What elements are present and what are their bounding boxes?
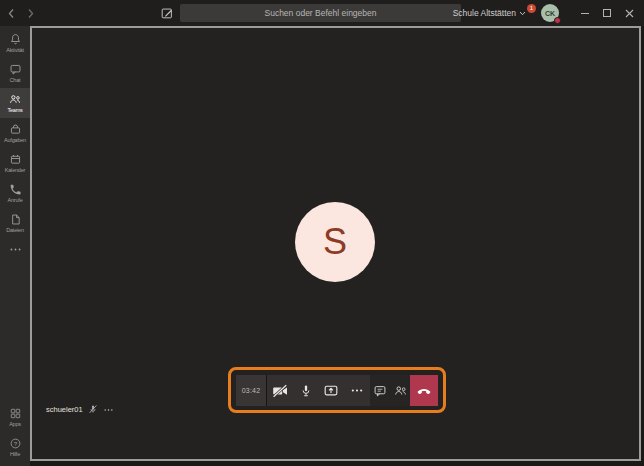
mute-button[interactable] [293, 375, 319, 406]
sidebar-item-files[interactable]: Dateien [0, 208, 30, 238]
chevron-right-icon [27, 8, 35, 19]
files-icon [9, 213, 22, 226]
org-name: Schule Altstätten [453, 8, 516, 18]
minimize-icon [581, 13, 589, 14]
sidebar-item-assignments[interactable]: Aufgaben [0, 118, 30, 148]
remote-participant-avatar: S [295, 202, 375, 282]
avatar-initial: S [323, 224, 347, 260]
sidebar-item-calendar[interactable]: Kalender [0, 148, 30, 178]
sidebar-item-label: Anrufe [7, 197, 22, 203]
presence-busy-dot [554, 17, 561, 24]
share-screen-icon [323, 383, 339, 398]
org-switcher[interactable]: Schule Altstätten 1 [453, 8, 528, 18]
primary-controls [267, 375, 370, 406]
chat-icon [9, 63, 22, 76]
svg-text:?: ? [13, 440, 17, 447]
share-screen-button[interactable] [319, 375, 345, 406]
sidebar-item-help[interactable]: ? Hilfe [0, 432, 30, 462]
sidebar-more-button[interactable] [0, 238, 30, 260]
notification-badge: 1 [527, 4, 536, 13]
participant-name: schueler01 [46, 405, 83, 414]
meeting-chat-icon [373, 384, 387, 398]
minimize-button[interactable] [574, 0, 596, 26]
hang-up-icon [416, 383, 432, 399]
participant-more-icon[interactable] [103, 408, 114, 412]
sidebar-item-label: Aktivität [6, 47, 23, 53]
assignments-icon [9, 123, 22, 136]
history-nav [5, 0, 37, 26]
calendar-icon [9, 153, 22, 166]
title-bar: Schule Altstätten 1 CK [0, 0, 644, 26]
sidebar-item-label: Kalender [5, 167, 25, 173]
activity-bell-icon [9, 33, 22, 46]
call-timer: 03:42 [236, 375, 266, 406]
sidebar-item-label: Hilfe [10, 451, 20, 457]
close-button[interactable] [618, 0, 640, 26]
new-chat-button[interactable] [159, 5, 175, 21]
sidebar-item-label: Teams [7, 107, 22, 113]
teams-app-window: Schule Altstätten 1 CK [0, 0, 644, 466]
teams-people-icon [8, 93, 22, 106]
meeting-chat-button[interactable] [370, 375, 390, 406]
sidebar-item-label: Apps [9, 421, 21, 427]
sidebar-item-chat[interactable]: Chat [0, 58, 30, 88]
secondary-controls [370, 375, 410, 406]
participant-name-plate: schueler01 [46, 404, 114, 415]
sidebar-spacer [0, 260, 30, 402]
meeting-stage: S 03:42 [30, 26, 641, 461]
back-button[interactable] [5, 6, 17, 20]
camera-off-icon [272, 384, 288, 398]
maximize-button[interactable] [596, 0, 618, 26]
sidebar-item-label: Aufgaben [4, 137, 26, 143]
camera-off-button[interactable] [267, 375, 293, 406]
window-controls [574, 0, 640, 26]
app-sidebar: Aktivität Chat Teams Aufgaben [0, 26, 30, 466]
close-icon [625, 9, 634, 18]
chevron-left-icon [7, 8, 15, 19]
user-avatar[interactable]: CK [541, 4, 559, 22]
participants-icon [393, 384, 408, 398]
titlebar-right: Schule Altstätten 1 CK [453, 0, 640, 26]
chevron-down-icon [519, 11, 526, 16]
more-options-button[interactable] [344, 375, 370, 406]
calls-phone-icon [9, 183, 22, 196]
sidebar-item-label: Dateien [6, 227, 24, 233]
call-control-bar: 03:42 [236, 375, 438, 406]
mic-muted-icon [88, 404, 98, 415]
sidebar-item-calls[interactable]: Anrufe [0, 178, 30, 208]
more-ellipsis-icon [350, 388, 364, 393]
more-ellipsis-icon [9, 247, 22, 252]
maximize-icon [603, 9, 611, 17]
search-input[interactable] [180, 4, 461, 22]
help-icon: ? [9, 437, 22, 450]
sidebar-item-label: Chat [10, 77, 21, 83]
compose-icon [160, 6, 174, 20]
forward-button[interactable] [25, 6, 37, 20]
participants-button[interactable] [390, 375, 410, 406]
microphone-icon [299, 383, 313, 399]
sidebar-item-activity[interactable]: Aktivität [0, 28, 30, 58]
apps-grid-icon [9, 407, 22, 420]
hang-up-button[interactable] [410, 375, 438, 406]
sidebar-item-apps[interactable]: Apps [0, 402, 30, 432]
controls-highlight-box: 03:42 [228, 367, 446, 413]
avatar-initials: CK [545, 10, 555, 17]
sidebar-item-teams[interactable]: Teams [0, 88, 30, 118]
